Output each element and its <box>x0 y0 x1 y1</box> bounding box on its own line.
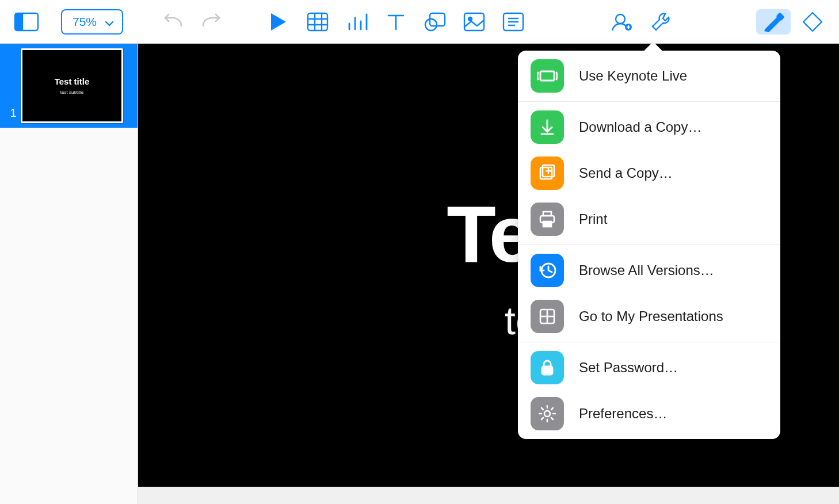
thumb-title: Test title <box>55 77 90 86</box>
slide-number: 1 <box>6 106 21 123</box>
grid-icon <box>531 300 564 333</box>
screen-icon <box>531 59 564 93</box>
menu-label: Browse All Versions… <box>579 262 714 278</box>
menu-keynote-live[interactable]: Use Keynote Live <box>518 53 780 99</box>
slide-navigator-item[interactable]: 1 Test title test subtitle <box>0 44 138 128</box>
comment-button[interactable] <box>496 9 531 35</box>
print-icon <box>531 203 564 236</box>
table-button[interactable] <box>300 9 335 35</box>
menu-label: Download a Copy… <box>579 119 701 135</box>
menu-label: Set Password… <box>579 360 678 376</box>
svg-marker-28 <box>803 13 822 31</box>
shape-button[interactable] <box>418 9 452 35</box>
menu-download-copy[interactable]: Download a Copy… <box>518 104 780 150</box>
svg-rect-38 <box>543 222 551 227</box>
svg-rect-43 <box>542 366 552 375</box>
chart-button[interactable] <box>340 9 374 35</box>
animate-button[interactable] <box>795 9 830 35</box>
chevron-down-icon <box>105 17 114 26</box>
history-icon <box>531 254 564 287</box>
svg-point-16 <box>425 19 437 30</box>
format-button[interactable] <box>756 9 791 35</box>
zoom-value: 75% <box>73 15 97 29</box>
menu-label: Use Keynote Live <box>579 68 687 84</box>
menu-send-copy[interactable]: Send a Copy… <box>518 150 780 196</box>
svg-rect-29 <box>540 71 554 81</box>
menu-set-password[interactable]: Set Password… <box>518 345 780 391</box>
text-button[interactable] <box>379 9 413 35</box>
gear-icon <box>531 397 564 430</box>
menu-browse-versions[interactable]: Browse All Versions… <box>518 247 780 293</box>
menu-preferences[interactable]: Preferences… <box>518 391 780 437</box>
menu-label: Send a Copy… <box>579 165 673 181</box>
menu-print[interactable]: Print <box>518 196 780 242</box>
view-button[interactable] <box>9 9 44 35</box>
menu-goto-presentations[interactable]: Go to My Presentations <box>518 293 780 339</box>
toolbar: 75% <box>0 0 839 44</box>
thumb-subtitle: test subtitle <box>60 90 83 95</box>
svg-point-18 <box>468 17 472 21</box>
menu-label: Go to My Presentations <box>579 308 723 324</box>
svg-marker-3 <box>271 13 286 30</box>
menu-label: Print <box>579 211 607 227</box>
menu-label: Preferences… <box>579 406 667 422</box>
svg-rect-37 <box>543 212 551 216</box>
zoom-select[interactable]: 75% <box>61 9 123 35</box>
slide-thumbnail: Test title test subtitle <box>21 48 123 123</box>
slide-navigator: 1 Test title test subtitle <box>0 44 138 504</box>
send-icon <box>531 156 564 190</box>
collaborate-button[interactable] <box>604 9 639 35</box>
tools-menu-popover: Use Keynote Live Download a Copy… Send a… <box>518 51 780 439</box>
undo-button[interactable] <box>155 9 190 35</box>
download-icon <box>531 110 564 144</box>
redo-button[interactable] <box>195 9 229 35</box>
svg-rect-4 <box>308 13 327 30</box>
play-button[interactable] <box>261 9 296 35</box>
tools-button[interactable] <box>643 9 678 35</box>
svg-point-23 <box>616 14 625 24</box>
media-button[interactable] <box>457 9 491 35</box>
svg-rect-2 <box>15 13 22 30</box>
lock-icon <box>531 351 564 384</box>
svg-point-44 <box>544 411 550 417</box>
